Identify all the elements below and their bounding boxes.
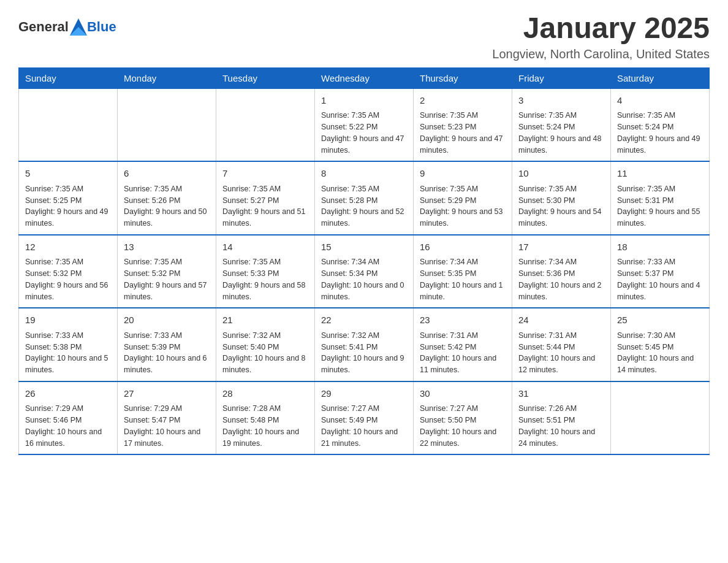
day-info: Sunrise: 7:31 AM Sunset: 5:44 PM Dayligh… xyxy=(518,330,604,376)
day-info: Sunrise: 7:30 AM Sunset: 5:45 PM Dayligh… xyxy=(617,330,703,376)
calendar-week-row: 12Sunrise: 7:35 AM Sunset: 5:32 PM Dayli… xyxy=(19,235,710,308)
logo-text-general: General xyxy=(18,19,69,35)
calendar-cell: 8Sunrise: 7:35 AM Sunset: 5:28 PM Daylig… xyxy=(315,161,414,235)
day-number: 14 xyxy=(222,240,308,255)
weekday-header-monday: Monday xyxy=(118,67,216,88)
calendar-cell: 12Sunrise: 7:35 AM Sunset: 5:32 PM Dayli… xyxy=(19,235,118,308)
day-number: 17 xyxy=(518,240,604,255)
day-info: Sunrise: 7:32 AM Sunset: 5:41 PM Dayligh… xyxy=(321,330,407,376)
logo-text-blue: Blue xyxy=(87,19,116,35)
day-info: Sunrise: 7:35 AM Sunset: 5:28 PM Dayligh… xyxy=(321,183,407,229)
day-info: Sunrise: 7:35 AM Sunset: 5:26 PM Dayligh… xyxy=(124,183,210,229)
calendar-cell xyxy=(19,88,118,161)
calendar-cell: 25Sunrise: 7:30 AM Sunset: 5:45 PM Dayli… xyxy=(611,308,710,381)
day-number: 5 xyxy=(25,167,111,181)
calendar-cell: 4Sunrise: 7:35 AM Sunset: 5:24 PM Daylig… xyxy=(611,88,710,161)
day-number: 28 xyxy=(222,387,308,401)
calendar-cell: 27Sunrise: 7:29 AM Sunset: 5:47 PM Dayli… xyxy=(118,381,216,455)
day-number: 15 xyxy=(321,240,407,255)
calendar-cell: 17Sunrise: 7:34 AM Sunset: 5:36 PM Dayli… xyxy=(512,235,611,308)
day-number: 21 xyxy=(222,313,308,327)
calendar-cell: 5Sunrise: 7:35 AM Sunset: 5:25 PM Daylig… xyxy=(19,161,118,235)
day-number: 26 xyxy=(25,387,111,401)
weekday-header-friday: Friday xyxy=(512,67,611,88)
calendar-cell: 2Sunrise: 7:35 AM Sunset: 5:23 PM Daylig… xyxy=(414,88,512,161)
day-number: 3 xyxy=(518,94,604,108)
weekday-header-saturday: Saturday xyxy=(611,67,710,88)
calendar-cell: 29Sunrise: 7:27 AM Sunset: 5:49 PM Dayli… xyxy=(315,381,414,455)
day-info: Sunrise: 7:27 AM Sunset: 5:49 PM Dayligh… xyxy=(321,403,407,449)
day-info: Sunrise: 7:29 AM Sunset: 5:46 PM Dayligh… xyxy=(25,403,111,449)
day-number: 16 xyxy=(420,240,506,255)
day-number: 12 xyxy=(25,240,111,255)
day-number: 8 xyxy=(321,167,407,181)
title-area: January 2025 Longview, North Carolina, U… xyxy=(492,12,710,61)
calendar-cell: 23Sunrise: 7:31 AM Sunset: 5:42 PM Dayli… xyxy=(414,308,512,381)
calendar-cell: 11Sunrise: 7:35 AM Sunset: 5:31 PM Dayli… xyxy=(611,161,710,235)
calendar-cell: 3Sunrise: 7:35 AM Sunset: 5:24 PM Daylig… xyxy=(512,88,611,161)
day-number: 20 xyxy=(124,313,210,327)
day-info: Sunrise: 7:34 AM Sunset: 5:34 PM Dayligh… xyxy=(321,256,407,302)
day-info: Sunrise: 7:35 AM Sunset: 5:23 PM Dayligh… xyxy=(420,110,506,156)
day-info: Sunrise: 7:35 AM Sunset: 5:27 PM Dayligh… xyxy=(222,183,308,229)
day-info: Sunrise: 7:35 AM Sunset: 5:31 PM Dayligh… xyxy=(617,183,703,229)
day-info: Sunrise: 7:33 AM Sunset: 5:39 PM Dayligh… xyxy=(124,330,210,376)
weekday-header-thursday: Thursday xyxy=(414,67,512,88)
day-number: 10 xyxy=(518,167,604,181)
day-number: 6 xyxy=(124,167,210,181)
day-info: Sunrise: 7:26 AM Sunset: 5:51 PM Dayligh… xyxy=(518,403,604,449)
day-info: Sunrise: 7:35 AM Sunset: 5:30 PM Dayligh… xyxy=(518,183,604,229)
calendar-cell: 16Sunrise: 7:34 AM Sunset: 5:35 PM Dayli… xyxy=(414,235,512,308)
calendar-cell xyxy=(118,88,216,161)
location-subtitle: Longview, North Carolina, United States xyxy=(492,47,710,61)
month-title: January 2025 xyxy=(492,12,710,45)
day-info: Sunrise: 7:28 AM Sunset: 5:48 PM Dayligh… xyxy=(222,403,308,449)
calendar-cell: 28Sunrise: 7:28 AM Sunset: 5:48 PM Dayli… xyxy=(216,381,315,455)
day-info: Sunrise: 7:33 AM Sunset: 5:37 PM Dayligh… xyxy=(617,256,703,302)
weekday-header-tuesday: Tuesday xyxy=(216,67,315,88)
day-number: 29 xyxy=(321,387,407,401)
weekday-header-sunday: Sunday xyxy=(19,67,118,88)
day-number: 24 xyxy=(518,313,604,327)
calendar-cell: 20Sunrise: 7:33 AM Sunset: 5:39 PM Dayli… xyxy=(118,308,216,381)
day-info: Sunrise: 7:35 AM Sunset: 5:29 PM Dayligh… xyxy=(420,183,506,229)
calendar-cell: 19Sunrise: 7:33 AM Sunset: 5:38 PM Dayli… xyxy=(19,308,118,381)
calendar-week-row: 5Sunrise: 7:35 AM Sunset: 5:25 PM Daylig… xyxy=(19,161,710,235)
calendar-cell: 30Sunrise: 7:27 AM Sunset: 5:50 PM Dayli… xyxy=(414,381,512,455)
calendar-cell: 22Sunrise: 7:32 AM Sunset: 5:41 PM Dayli… xyxy=(315,308,414,381)
day-info: Sunrise: 7:31 AM Sunset: 5:42 PM Dayligh… xyxy=(420,330,506,376)
day-number: 23 xyxy=(420,313,506,327)
calendar-cell xyxy=(216,88,315,161)
calendar-cell xyxy=(611,381,710,455)
day-info: Sunrise: 7:35 AM Sunset: 5:24 PM Dayligh… xyxy=(518,110,604,156)
calendar-cell: 9Sunrise: 7:35 AM Sunset: 5:29 PM Daylig… xyxy=(414,161,512,235)
page-header: General Blue January 2025 Longview, Nort… xyxy=(18,12,710,61)
day-number: 25 xyxy=(617,313,703,327)
day-number: 22 xyxy=(321,313,407,327)
weekday-header-wednesday: Wednesday xyxy=(315,67,414,88)
calendar-week-row: 26Sunrise: 7:29 AM Sunset: 5:46 PM Dayli… xyxy=(19,381,710,455)
day-number: 19 xyxy=(25,313,111,327)
calendar-cell: 15Sunrise: 7:34 AM Sunset: 5:34 PM Dayli… xyxy=(315,235,414,308)
day-info: Sunrise: 7:35 AM Sunset: 5:32 PM Dayligh… xyxy=(25,256,111,302)
day-number: 30 xyxy=(420,387,506,401)
calendar-cell: 24Sunrise: 7:31 AM Sunset: 5:44 PM Dayli… xyxy=(512,308,611,381)
day-number: 9 xyxy=(420,167,506,181)
calendar-cell: 6Sunrise: 7:35 AM Sunset: 5:26 PM Daylig… xyxy=(118,161,216,235)
day-info: Sunrise: 7:33 AM Sunset: 5:38 PM Dayligh… xyxy=(25,330,111,376)
calendar-table: SundayMondayTuesdayWednesdayThursdayFrid… xyxy=(18,67,710,456)
day-info: Sunrise: 7:32 AM Sunset: 5:40 PM Dayligh… xyxy=(222,330,308,376)
calendar-cell: 14Sunrise: 7:35 AM Sunset: 5:33 PM Dayli… xyxy=(216,235,315,308)
weekday-header-row: SundayMondayTuesdayWednesdayThursdayFrid… xyxy=(19,67,710,88)
calendar-cell: 13Sunrise: 7:35 AM Sunset: 5:32 PM Dayli… xyxy=(118,235,216,308)
calendar-week-row: 19Sunrise: 7:33 AM Sunset: 5:38 PM Dayli… xyxy=(19,308,710,381)
day-number: 1 xyxy=(321,94,407,108)
calendar-cell: 7Sunrise: 7:35 AM Sunset: 5:27 PM Daylig… xyxy=(216,161,315,235)
day-number: 27 xyxy=(124,387,210,401)
day-number: 4 xyxy=(617,94,703,108)
day-info: Sunrise: 7:35 AM Sunset: 5:24 PM Dayligh… xyxy=(617,110,703,156)
day-number: 7 xyxy=(222,167,308,181)
calendar-cell: 10Sunrise: 7:35 AM Sunset: 5:30 PM Dayli… xyxy=(512,161,611,235)
day-number: 18 xyxy=(617,240,703,255)
day-number: 2 xyxy=(420,94,506,108)
